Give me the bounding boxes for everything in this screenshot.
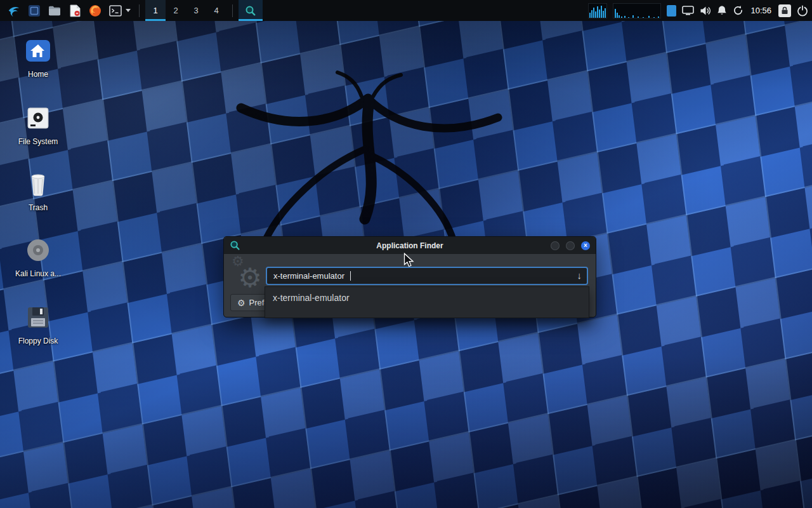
file-manager-launcher[interactable] bbox=[46, 3, 63, 19]
dropdown-item-x-terminal-emulator[interactable]: x-terminal-emulator bbox=[265, 287, 589, 303]
search-input[interactable]: x-terminal-emulator ↓ bbox=[266, 267, 588, 285]
clock[interactable]: 10:56 bbox=[749, 6, 773, 15]
workspace-2[interactable]: 2 bbox=[166, 0, 186, 21]
workspace-1[interactable]: 1 bbox=[145, 0, 166, 21]
close-button[interactable]: × bbox=[581, 241, 590, 250]
autocomplete-dropdown: x-terminal-emulator bbox=[265, 286, 589, 318]
application-finder-window: Application Finder × ⚙ ⚙ x-terminal-emul… bbox=[223, 236, 596, 318]
minimize-button[interactable] bbox=[551, 241, 560, 250]
desktop-icon-label: Floppy Disk bbox=[10, 337, 66, 345]
workspace-2-label: 2 bbox=[173, 6, 178, 15]
workspace-3[interactable]: 3 bbox=[186, 0, 206, 21]
desktop-icon-home[interactable]: Home bbox=[10, 36, 66, 79]
workspace-4-label: 4 bbox=[214, 6, 218, 15]
search-input-value: x-terminal-emulator bbox=[273, 271, 344, 281]
taskbar-application-finder-button[interactable] bbox=[239, 0, 263, 21]
panel-separator bbox=[232, 4, 233, 17]
workspace-3-label: 3 bbox=[193, 6, 198, 15]
cpu-graph[interactable] bbox=[588, 3, 607, 18]
gear-icon: ⚙ bbox=[237, 298, 246, 308]
document-icon bbox=[70, 4, 81, 17]
titlebar[interactable]: Application Finder × bbox=[224, 237, 596, 254]
desktop-icon-label: Home bbox=[10, 70, 66, 79]
magnifier-icon bbox=[245, 5, 256, 17]
panel-separator bbox=[139, 4, 140, 17]
mouse-cursor bbox=[403, 253, 415, 269]
updates-icon[interactable] bbox=[733, 5, 743, 16]
firefox-icon bbox=[89, 4, 102, 17]
terminal-dropdown-chevron-icon[interactable] bbox=[126, 9, 131, 12]
workspace-1-label: 1 bbox=[153, 6, 157, 15]
lock-icon[interactable] bbox=[778, 4, 791, 17]
kali-menu-button[interactable] bbox=[6, 3, 22, 19]
system-tray: 10:56 bbox=[588, 3, 808, 18]
window-list-launcher[interactable] bbox=[26, 3, 43, 19]
window-icon bbox=[28, 4, 41, 17]
volume-icon[interactable] bbox=[700, 6, 711, 16]
terminal-icon bbox=[109, 5, 122, 17]
harddrive-icon bbox=[23, 103, 53, 133]
kali-logo-icon bbox=[8, 4, 21, 17]
gears-icon: ⚙ ⚙ bbox=[229, 256, 266, 293]
disc-icon bbox=[23, 235, 53, 265]
desktop-icon-label: Trash bbox=[10, 203, 66, 212]
notifications-bell-icon[interactable] bbox=[717, 5, 727, 16]
display-icon[interactable] bbox=[682, 6, 694, 15]
trash-icon bbox=[23, 169, 53, 199]
floppy-icon bbox=[23, 302, 53, 333]
desktop-icon-label: Kali Linux a... bbox=[10, 269, 66, 278]
systray-indicator-icon[interactable] bbox=[667, 5, 676, 17]
text-editor-launcher[interactable] bbox=[67, 3, 83, 19]
desktop-icon-label: File System bbox=[10, 137, 66, 146]
window-title: Application Finder bbox=[224, 241, 596, 250]
terminal-launcher[interactable] bbox=[107, 3, 124, 19]
desktop-icon-kali-docs[interactable]: Kali Linux a... bbox=[10, 235, 66, 278]
logout-power-icon[interactable] bbox=[797, 5, 808, 17]
home-icon bbox=[23, 36, 53, 66]
dropdown-arrow-icon[interactable]: ↓ bbox=[577, 270, 582, 281]
text-caret bbox=[350, 271, 351, 281]
firefox-launcher[interactable] bbox=[87, 3, 103, 19]
workspace-4[interactable]: 4 bbox=[206, 0, 226, 21]
top-panel: 1 2 3 4 bbox=[0, 0, 812, 21]
application-finder-icon bbox=[230, 240, 240, 251]
desktop-icon-file-system[interactable]: File System bbox=[10, 103, 66, 146]
maximize-button[interactable] bbox=[566, 241, 575, 250]
folder-icon bbox=[48, 5, 61, 16]
network-graph[interactable] bbox=[613, 3, 661, 18]
desktop-icon-floppy-disk[interactable]: Floppy Disk bbox=[10, 302, 66, 345]
desktop-icon-trash[interactable]: Trash bbox=[10, 169, 66, 212]
